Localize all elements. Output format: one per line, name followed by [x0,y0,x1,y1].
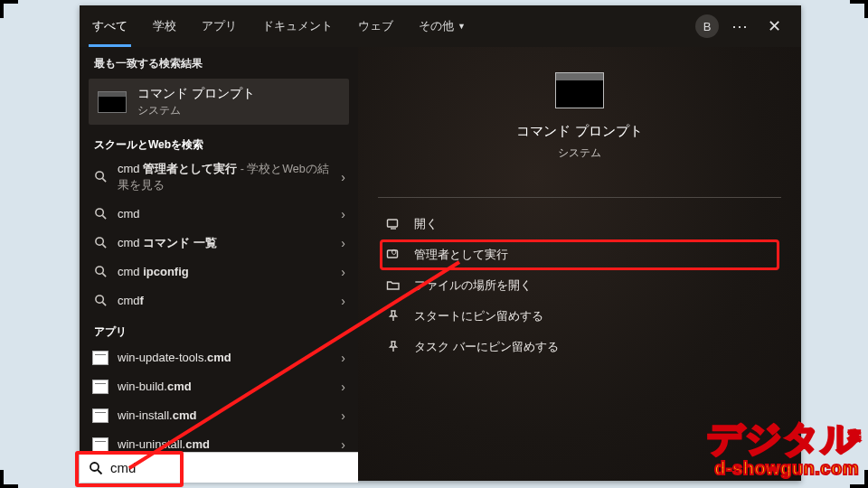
tab-more-label: その他 [419,18,454,34]
action-label: 開く [414,216,438,232]
search-icon [92,235,108,251]
action-open-file-location[interactable]: ファイルの場所を開く [382,272,778,299]
chevron-right-icon: › [341,170,345,184]
app-result-label: win-build.cmd [118,379,332,395]
suggestion-label: cmd 管理者として実行 - 学校とWebの結果を見る [118,161,332,193]
folder-icon [385,277,401,294]
chevron-right-icon: › [341,437,345,452]
svg-line-7 [102,274,106,277]
action-label: タスク バーにピン留めする [414,339,559,355]
suggestion-label: cmd コマンド 一覧 [118,235,332,251]
action-pin-to-taskbar[interactable]: タスク バーにピン留めする [382,333,778,361]
search-suggestion[interactable]: cmd › [80,200,358,229]
cmd-thumbnail-icon [555,72,604,108]
app-result[interactable]: win-install.cmd › [80,401,358,430]
cmd-thumbnail-icon [98,91,127,113]
tab-bar: すべて 学校 アプリ ドキュメント ウェブ その他 ▼ B ⋯ ✕ [80,5,801,47]
search-flyout: すべて 学校 アプリ ドキュメント ウェブ その他 ▼ B ⋯ ✕ 最も一致する… [80,5,801,481]
chevron-right-icon: › [341,236,345,250]
svg-line-5 [102,245,106,249]
best-match-item[interactable]: コマンド プロンプト システム [89,79,349,125]
svg-point-4 [95,238,102,245]
svg-line-9 [102,303,106,306]
titlebar-controls: B ⋯ ✕ [695,5,796,47]
preview-title: コマンド プロンプト [516,123,642,140]
app-result[interactable]: win-update-tools.cmd › [80,343,358,372]
search-suggestion[interactable]: cmd ipconfig › [80,258,358,286]
suggestion-label: cmd [118,206,332,222]
tab-documents[interactable]: ドキュメント [250,5,345,47]
action-open[interactable]: 開く [382,211,778,238]
svg-point-6 [95,267,102,274]
avatar[interactable]: B [695,14,719,38]
app-result-label: win-update-tools.cmd [118,350,332,366]
search-web-heading: スクールとWebを検索 [80,128,358,155]
app-result-label: win-uninstall.cmd [118,436,332,453]
document-icon [92,436,108,453]
divider [378,197,781,198]
chevron-right-icon: › [341,207,345,221]
apps-heading: アプリ [80,315,358,343]
svg-point-2 [95,209,102,216]
chevron-right-icon: › [341,294,345,308]
action-label: 管理者として実行 [414,247,508,263]
svg-line-3 [102,216,106,220]
preview-subtitle: システム [558,145,601,161]
chevron-right-icon: › [341,265,345,279]
svg-line-1 [102,179,106,183]
document-icon [92,408,108,424]
chevron-right-icon: › [341,380,345,394]
results-column: 最も一致する検索結果 コマンド プロンプト システム スクールとWebを検索 c… [80,47,358,481]
search-icon [89,461,103,475]
action-label: ファイルの場所を開く [414,277,532,294]
search-suggestion[interactable]: cmdf › [80,286,358,315]
chevron-right-icon: › [341,351,345,365]
chevron-right-icon: › [341,408,345,423]
search-icon [92,293,108,309]
search-icon [92,264,108,280]
chevron-down-icon: ▼ [458,22,466,31]
search-icon [92,169,108,185]
tab-apps[interactable]: アプリ [189,5,250,47]
close-icon[interactable]: ✕ [762,13,787,40]
svg-line-13 [98,470,102,474]
tabs: すべて 学校 アプリ ドキュメント ウェブ その他 ▼ [80,5,478,47]
svg-rect-10 [388,220,398,227]
pin-icon [385,308,401,324]
tab-more[interactable]: その他 ▼ [406,5,478,47]
action-run-as-admin[interactable]: 管理者として実行 [382,241,778,268]
shield-icon [385,247,401,263]
svg-point-0 [95,172,102,179]
tab-web[interactable]: ウェブ [345,5,406,47]
suggestion-label: cmd ipconfig [118,264,332,280]
search-input[interactable] [110,460,349,475]
svg-point-12 [90,463,99,471]
search-bar [80,452,358,483]
pin-icon [385,339,401,355]
app-result[interactable]: win-build.cmd › [80,372,358,401]
search-suggestion[interactable]: cmd 管理者として実行 - 学校とWebの結果を見る › [80,155,358,200]
best-match-heading: 最も一致する検索結果 [80,47,358,77]
more-icon[interactable]: ⋯ [731,16,750,36]
action-label: スタートにピン留めする [414,308,543,324]
tab-school[interactable]: 学校 [140,5,189,47]
best-match-subtitle: システム [137,104,255,117]
search-icon [92,206,108,222]
preview-pane: コマンド プロンプト システム 開く 管理者として実行 [358,47,801,481]
search-suggestion[interactable]: cmd コマンド 一覧 › [80,229,358,258]
open-icon [385,216,401,232]
document-icon [92,379,108,395]
action-pin-to-start[interactable]: スタートにピン留めする [382,303,778,330]
best-match-title: コマンド プロンプト [137,86,255,102]
tab-all[interactable]: すべて [80,5,140,47]
suggestion-label: cmdf [118,293,332,309]
document-icon [92,350,108,366]
svg-point-8 [95,296,102,303]
app-result-label: win-install.cmd [118,408,332,424]
